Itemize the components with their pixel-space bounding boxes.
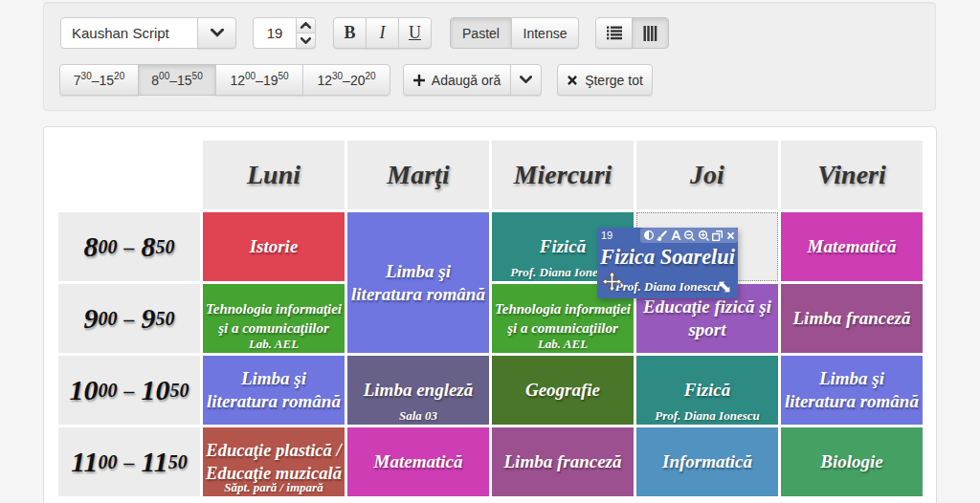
add-hour-caret-button[interactable]	[510, 64, 542, 96]
time-range-button[interactable]: 730–1520	[59, 64, 139, 96]
cell-subject: Limba şiliteratura română	[347, 259, 489, 306]
cell-subject: Limba şiliteratura română	[781, 367, 923, 414]
cell-subtitle: Prof. Diana Ionescu	[636, 408, 778, 424]
timetable-cell[interactable]: FizicăProf. Diana Ionescu	[636, 356, 778, 425]
time-range-label: 1230–2020	[317, 73, 375, 88]
font-select-caret-button[interactable]	[197, 17, 236, 49]
cell-subject: Limba franceză	[492, 450, 634, 473]
columns-icon	[643, 26, 657, 41]
x-icon	[567, 75, 578, 86]
timetable-cell[interactable]: Istorie	[203, 212, 345, 281]
time-range-group: 730–1520800–15501200–19501230–2020	[59, 64, 390, 96]
cell-subject: Limba franceză	[781, 307, 923, 330]
cell-subtitle: Săpt. pară / impară	[203, 480, 345, 495]
timetable-cell[interactable]: Informatică	[636, 427, 778, 496]
move-cursor-icon	[601, 271, 623, 293]
hour-label-2: 900–950	[58, 284, 200, 353]
copy-icon[interactable]	[712, 230, 723, 241]
zoom-in-icon[interactable]	[699, 230, 709, 241]
cell-subject: Tehnologia informaţieişi a comunicaţiilo…	[495, 299, 631, 338]
intense-button[interactable]: Intense	[511, 17, 579, 49]
intense-label: Intense	[523, 26, 568, 41]
font-size-up-button[interactable]	[296, 17, 316, 33]
font-select-value: Kaushan Script	[72, 25, 169, 41]
bold-button[interactable]: B	[333, 17, 367, 49]
cell-subject: Limba şiliteratura română	[203, 367, 345, 414]
timetable-cell[interactable]: Limba şiliteratura română	[781, 356, 923, 425]
timetable-cell[interactable]: Tehnologia informaţieişi a comunicaţiilo…	[203, 284, 345, 353]
font-size-spinner	[296, 17, 316, 49]
timetable-panel: LuniMarţiMiercuriJoiVineri800–850900–950…	[43, 126, 937, 503]
day-header-4: Joi	[636, 141, 778, 209]
hour-label-1: 800–850	[58, 212, 200, 281]
underline-button[interactable]: U	[398, 17, 432, 49]
font-size-down-button[interactable]	[296, 33, 316, 49]
chevron-down-icon	[301, 37, 311, 44]
timetable-cell[interactable]: Limba englezăSala 03	[347, 356, 489, 425]
cell-subtitle: Lab. AEL	[203, 337, 345, 352]
delete-all-label: Şterge tot	[585, 73, 643, 88]
text-style-group: B I U	[333, 17, 432, 49]
cell-subject: Geografie	[492, 379, 634, 402]
cell-subject: Fizică	[636, 379, 778, 402]
cell-subject: Limba engleză	[347, 379, 489, 402]
close-icon[interactable]	[726, 231, 735, 240]
list-view-button[interactable]	[595, 17, 633, 49]
underline-label: U	[409, 23, 421, 43]
timetable-cell[interactable]: Matematică	[347, 427, 489, 496]
cell-subject: Istorie	[203, 235, 345, 258]
timetable-grid: LuniMarţiMiercuriJoiVineri800–850900–950…	[58, 141, 923, 496]
palette-group: Pastel Intense	[450, 17, 579, 49]
timetable-cell[interactable]: Limba franceză	[781, 284, 923, 353]
timetable-cell[interactable]: Educaţie plastică /Educaţie muzicalăSăpt…	[203, 427, 345, 496]
timetable-cell[interactable]: Limba şiliteratura română	[347, 212, 489, 353]
italic-button[interactable]: I	[366, 17, 399, 49]
add-hour-button[interactable]: Adaugă oră	[403, 64, 511, 96]
time-range-label: 800–1550	[151, 73, 202, 88]
list-icon	[607, 26, 622, 40]
cell-subject: Educaţie fizică şisport	[636, 295, 778, 342]
contrast-icon[interactable]	[644, 230, 654, 240]
delete-all-button[interactable]: Şterge tot	[557, 64, 653, 96]
cell-subtitle: Lab. AEL	[492, 337, 634, 352]
drag-card-title: Fizica Soarelui	[597, 246, 738, 270]
time-range-button[interactable]: 1230–2020	[302, 64, 390, 96]
resize-handle-icon[interactable]	[719, 281, 732, 294]
italic-label: I	[380, 23, 386, 43]
cell-subject: Informatică	[636, 450, 778, 473]
font-size-group: 19	[253, 17, 316, 49]
font-icon[interactable]	[671, 230, 681, 240]
add-hour-label: Adaugă oră	[432, 73, 501, 88]
cell-subject: Biologie	[781, 450, 923, 473]
cell-subject: Matematică	[347, 450, 489, 473]
plus-icon	[413, 75, 425, 86]
time-range-button[interactable]: 800–1550	[138, 64, 216, 96]
cell-subject: Matematică	[781, 235, 923, 258]
timetable-corner	[58, 141, 200, 209]
timetable-cell[interactable]: Matematică	[781, 212, 923, 281]
font-size-value: 19	[267, 25, 283, 41]
font-select[interactable]: Kaushan Script	[60, 17, 198, 49]
zoom-out-icon[interactable]	[684, 230, 695, 241]
toolbar-panel: Kaushan Script 19 B I U Pastel Intense	[43, 2, 936, 111]
timetable-cell[interactable]: Limba franceză	[492, 427, 634, 496]
chevron-up-icon	[301, 22, 311, 29]
timetable-cell[interactable]: Limba şiliteratura română	[203, 356, 345, 425]
drag-card[interactable]: 19 Fizica Soarelui Prof. Diana Ionescu	[597, 228, 738, 298]
pastel-label: Pastel	[462, 26, 500, 41]
cell-subject: Educaţie plastică /Educaţie muzicală	[203, 439, 345, 485]
time-range-button[interactable]: 1200–1950	[215, 64, 303, 96]
drag-card-toolbar	[640, 228, 738, 243]
timetable-cell[interactable]: Geografie	[492, 356, 634, 425]
pastel-button[interactable]: Pastel	[450, 17, 512, 49]
chevron-down-icon	[211, 29, 224, 37]
font-select-group: Kaushan Script	[60, 17, 236, 49]
columns-view-button[interactable]	[632, 17, 669, 49]
timetable-cell[interactable]: Biologie	[781, 427, 923, 496]
hour-label-4: 1100–1150	[58, 427, 200, 496]
add-hour-group: Adaugă oră	[403, 64, 542, 96]
bold-label: B	[344, 23, 355, 43]
brush-icon[interactable]	[657, 230, 667, 241]
font-size-input[interactable]: 19	[253, 17, 297, 49]
time-range-label: 730–1520	[74, 73, 124, 88]
